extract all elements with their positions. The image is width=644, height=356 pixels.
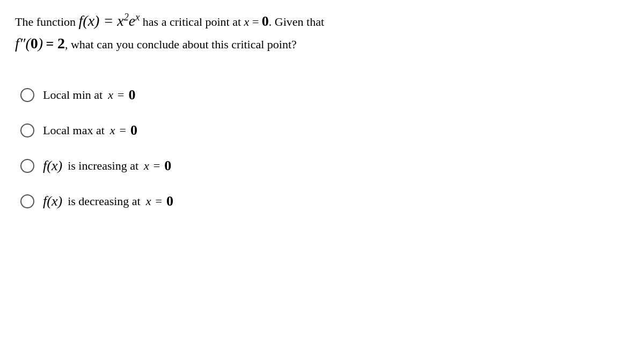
option3-text: is increasing at: [68, 159, 138, 173]
option3-value: 0: [164, 158, 171, 174]
option4-value: 0: [166, 193, 173, 209]
question-fpp: f″(0): [15, 35, 43, 52]
option2-value: 0: [130, 122, 137, 139]
option4-math: f(x): [43, 193, 62, 209]
option1-text: Local min at: [43, 88, 103, 102]
option-label-4: f(x) is decreasing at x = 0: [43, 193, 173, 209]
options-container: Local min at x = 0 Local max at x = 0 f(…: [15, 77, 629, 219]
question-prefix: The function: [15, 15, 76, 28]
question-line2: f″(0) = 2, what can you conclude about t…: [15, 32, 629, 55]
option2-equals: =: [120, 123, 126, 137]
radio-option-2[interactable]: [20, 123, 34, 137]
option-label-3: f(x) is increasing at x = 0: [43, 158, 171, 174]
question-comma: ,: [65, 38, 68, 51]
option4-text: is decreasing at: [68, 194, 141, 208]
option-row-2[interactable]: Local max at x = 0: [15, 113, 629, 148]
option-row-4[interactable]: f(x) is decreasing at x = 0: [15, 184, 629, 219]
question-given-that: Given that: [275, 15, 324, 28]
option4-equals: =: [156, 194, 162, 208]
question-two: 2: [57, 35, 65, 52]
question-conclude: what can you conclude about this critica…: [71, 38, 297, 51]
question-has-critical: has a critical point at x = 0.: [143, 15, 272, 28]
option1-x: x: [108, 88, 113, 102]
option4-x: x: [146, 194, 151, 208]
option1-value: 0: [128, 87, 135, 103]
option3-x: x: [144, 159, 149, 173]
option-row-1[interactable]: Local min at x = 0: [15, 77, 629, 113]
option2-x: x: [110, 123, 115, 137]
page-container: The function f(x) = x2ex has a critical …: [0, 0, 644, 356]
radio-option-4[interactable]: [20, 194, 34, 208]
option-row-3[interactable]: f(x) is increasing at x = 0: [15, 148, 629, 184]
option1-equals: =: [118, 88, 124, 102]
option3-math: f(x): [43, 158, 62, 174]
option-label-2: Local max at x = 0: [43, 122, 137, 139]
radio-option-3[interactable]: [20, 159, 34, 173]
option3-equals: =: [153, 159, 160, 173]
question-line1: The function f(x) = x2ex has a critical …: [15, 10, 629, 32]
question-eq: =: [46, 36, 57, 52]
option-label-1: Local min at x = 0: [43, 87, 135, 103]
radio-option-1[interactable]: [20, 88, 34, 102]
question-block: The function f(x) = x2ex has a critical …: [15, 10, 629, 55]
option2-text: Local max at: [43, 123, 105, 137]
question-function: f(x) = x2ex: [79, 12, 140, 29]
